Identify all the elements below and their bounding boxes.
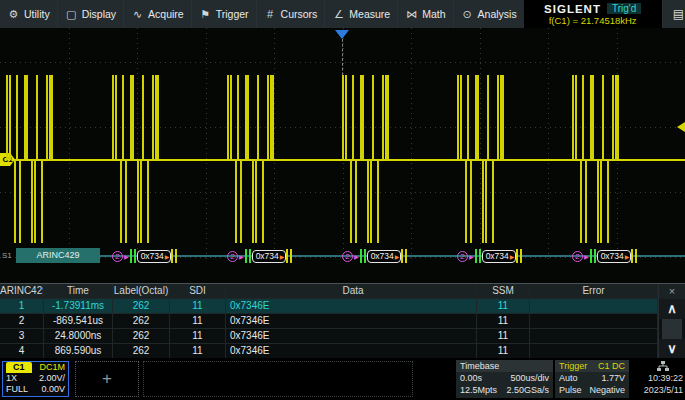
pulse-bar [240, 160, 242, 243]
menu-bar: ⚙ Utility ▢ Display ∿ Acquire ⚑ Trigger … [0, 0, 685, 28]
col-header-error: Error [530, 284, 658, 298]
table-row[interactable]: 1 -1.73911ms 262 11 0x7346E 11 [0, 299, 685, 314]
channel-offset: 0.00V [41, 384, 65, 395]
timebase-scale: 500us/div [510, 372, 549, 384]
menu-item-trigger[interactable]: ⚑ Trigger [191, 0, 256, 28]
decode-bubble: 2▶0x734▶ [572, 249, 637, 263]
word-start-marker [245, 249, 251, 263]
pulse-bar [16, 75, 18, 160]
cell-label: 262 [113, 344, 170, 358]
channel-1-box[interactable]: C1 DC1M 1X 2.00V/ FULL 0.00V [2, 361, 69, 397]
table-row[interactable]: 2 -869.541us 262 11 0x7346E 11 [0, 314, 685, 329]
decode-bubble: 2▶0x734▶ [112, 249, 177, 263]
menu-item-cursors[interactable]: # Cursors [256, 0, 325, 28]
trigger-type: Pulse [559, 384, 582, 396]
pulse-bar [262, 160, 264, 243]
timebase-memory: 12.5Mpts [460, 384, 497, 396]
pulse-bar [19, 160, 21, 243]
table-scrollbar: × ∧ ∨ [658, 284, 685, 359]
close-icon[interactable]: × [659, 284, 685, 299]
empty-channel-slot[interactable] [143, 361, 413, 397]
pulse-bar [345, 75, 347, 160]
pulse-bar [370, 160, 372, 243]
cell-sdi: 11 [170, 329, 226, 343]
pulse-bar [377, 160, 379, 243]
decode-bubble: 2▶0x734▶ [457, 249, 522, 263]
trigger-box[interactable]: Trigger C1 DC Auto 1.77V Pulse Negative [555, 360, 629, 398]
pulse-bar [115, 75, 117, 160]
pulse-bar [362, 75, 364, 160]
pulse-bar [492, 160, 494, 243]
scrollbar-thumb[interactable] [662, 319, 682, 339]
gear-icon: ⚙ [7, 8, 20, 21]
timebase-box[interactable]: Timebase 0.00s 500us/div 12.5Mpts 2.50GS… [456, 360, 553, 398]
bubble-data-pill: 0x734▶ [252, 250, 287, 263]
menu-item-utility[interactable]: ⚙ Utility [0, 0, 57, 28]
word-end-marker [286, 249, 292, 263]
menu-item-measure[interactable]: ∠ Measure [324, 0, 397, 28]
cell-sdi: 11 [170, 299, 226, 313]
trigger-mode: Auto [559, 372, 578, 384]
cell-label: 262 [113, 329, 170, 343]
truncation-arrow-icon: ▶ [280, 253, 285, 260]
cell-time: -869.541us [44, 314, 113, 328]
channel-name-tab: C1 [6, 362, 32, 373]
cell-label: 262 [113, 314, 170, 328]
cell-index: 4 [0, 344, 44, 358]
pulse-bar [592, 75, 594, 160]
menu-item-math[interactable]: ⋈ Math [397, 0, 452, 28]
pulse-bar [9, 75, 11, 160]
col-header-time: Time [44, 284, 113, 298]
pulse-bar [230, 75, 232, 160]
menu-item-display[interactable]: ▢ Display [57, 0, 123, 28]
cell-data: 0x7346E [226, 329, 477, 343]
waveform-area[interactable]: C1 S1 ARINC429 2▶0x734▶2▶0x734▶2▶0x734▶2… [0, 28, 685, 283]
truncation-arrow-icon: ▶ [584, 253, 589, 260]
trigger-level-marker[interactable] [677, 122, 685, 132]
pulse-bar [477, 75, 479, 160]
col-header-ssm: SSM [477, 284, 530, 298]
gridline-v [411, 28, 412, 260]
add-channel-button[interactable]: + [75, 361, 139, 397]
trigger-position-indicator[interactable] [335, 30, 349, 39]
table-row[interactable]: 4 869.590us 262 11 0x7346E 11 [0, 344, 685, 359]
pulse-bar [500, 75, 504, 160]
pulse-bar [615, 75, 619, 160]
timebase-title: Timebase [460, 360, 499, 372]
bubble-label-circle: 2 [342, 251, 353, 262]
bubble-data-pill: 0x734▶ [137, 250, 172, 263]
clock-time: 10:39:22 [648, 372, 683, 384]
truncation-arrow-icon: ▶ [510, 253, 515, 260]
pulse-bar [352, 75, 354, 160]
menu-label: Trigger [216, 8, 249, 20]
word-end-marker [516, 249, 522, 263]
pulse-bar [257, 75, 259, 160]
cell-ssm: 11 [477, 329, 530, 343]
arinc429-config-button[interactable]: ▤ ARINC429 CONFIG [662, 0, 685, 28]
pulse-bar [122, 75, 124, 160]
cell-data: 0x7346E [226, 299, 477, 313]
bubble-label-circle: 2 [572, 251, 583, 262]
scroll-up-icon[interactable]: ∧ [659, 299, 685, 319]
plus-icon: + [102, 369, 112, 388]
bottom-status-bar: C1 DC1M 1X 2.00V/ FULL 0.00V + Timebase … [0, 358, 685, 400]
bubble-label-circle: 2 [457, 251, 468, 262]
menu-item-analysis[interactable]: ⊙ Analysis [453, 0, 524, 28]
scroll-down-icon[interactable]: ∨ [659, 339, 685, 359]
pulse-bar [125, 160, 127, 243]
cell-time: -1.73911ms [44, 299, 113, 313]
pulse-bar [470, 160, 472, 243]
word-start-marker [360, 249, 366, 263]
col-header-label: Label(Octal) [113, 284, 170, 298]
menu-label: Analysis [478, 8, 517, 20]
pulse-bar [36, 75, 38, 160]
menu-item-acquire[interactable]: ∿ Acquire [123, 0, 191, 28]
trigger-title: Trigger [559, 360, 587, 372]
trigger-slope: Negative [589, 384, 625, 396]
pulse-bar [487, 75, 489, 160]
bubble-data-pill: 0x734▶ [597, 250, 632, 263]
decoder-bus-badge[interactable]: ARINC429 [16, 248, 100, 263]
gridline-v [206, 28, 207, 260]
table-row[interactable]: 3 24.8000ns 262 11 0x7346E 11 [0, 329, 685, 344]
cell-index: 2 [0, 314, 44, 328]
